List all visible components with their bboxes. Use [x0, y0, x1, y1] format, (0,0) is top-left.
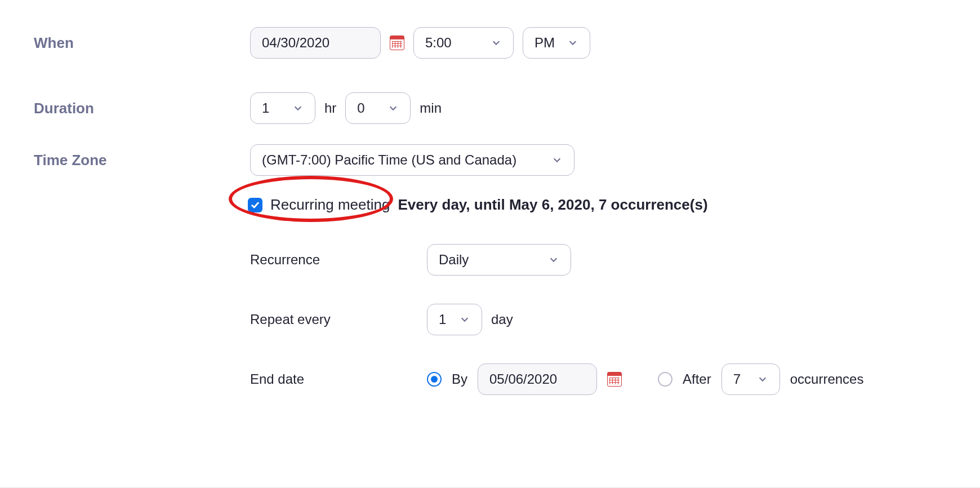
minutes-unit: min	[420, 100, 442, 116]
repeat-label: Repeat every	[250, 312, 427, 327]
when-label: When	[0, 34, 250, 52]
hours-select[interactable]: 1	[250, 92, 315, 124]
end-after-label: After	[683, 371, 711, 387]
recurring-label: Recurring meeting	[270, 196, 390, 214]
repeat-sub-row: Repeat every 1 day	[250, 304, 980, 335]
calendar-icon[interactable]	[607, 372, 622, 387]
enddate-controls: By 05/06/2020 After 7 occurrences	[427, 363, 863, 395]
end-by-radio[interactable]	[427, 372, 442, 387]
chevron-down-icon	[491, 37, 502, 48]
recurring-row: Recurring meeting Every day, until May 6…	[248, 196, 980, 214]
duration-row: Duration 1 hr 0 min	[0, 92, 980, 124]
timezone-row: Time Zone (GMT-7:00) Pacific Time (US an…	[0, 144, 980, 176]
recurrence-value: Daily	[439, 252, 540, 268]
time-select[interactable]: 5:00	[413, 27, 514, 59]
timezone-label: Time Zone	[0, 152, 250, 169]
recurrence-label: Recurrence	[250, 252, 427, 268]
chevron-down-icon	[292, 103, 304, 114]
recurrence-sub-row: Recurrence Daily	[250, 244, 980, 276]
chevron-down-icon	[567, 37, 578, 48]
minutes-value: 0	[357, 100, 380, 116]
timezone-controls: (GMT-7:00) Pacific Time (US and Canada)	[250, 144, 574, 176]
chevron-down-icon	[387, 103, 399, 114]
when-row: When 04/30/2020 5:00 PM	[0, 27, 980, 59]
recurrence-controls: Daily	[427, 244, 571, 276]
calendar-icon[interactable]	[390, 36, 404, 50]
chevron-down-icon	[757, 374, 768, 385]
time-value: 5:00	[425, 35, 483, 51]
repeat-controls: 1 day	[427, 304, 513, 335]
repeat-count-select[interactable]: 1	[427, 304, 482, 335]
minutes-select[interactable]: 0	[345, 92, 411, 124]
end-after-count: 7	[733, 371, 749, 387]
timezone-select[interactable]: (GMT-7:00) Pacific Time (US and Canada)	[250, 144, 574, 176]
duration-label: Duration	[0, 100, 250, 117]
end-after-radio[interactable]	[658, 372, 672, 387]
end-after-unit: occurrences	[790, 371, 864, 387]
ampm-select[interactable]: PM	[523, 27, 590, 59]
ampm-value: PM	[534, 35, 559, 51]
when-controls: 04/30/2020 5:00 PM	[250, 27, 590, 59]
recurrence-select[interactable]: Daily	[427, 244, 571, 276]
duration-controls: 1 hr 0 min	[250, 92, 442, 124]
timezone-value: (GMT-7:00) Pacific Time (US and Canada)	[262, 152, 544, 168]
date-value: 04/30/2020	[262, 35, 369, 51]
hours-unit: hr	[324, 100, 336, 116]
hours-value: 1	[262, 100, 284, 116]
repeat-unit: day	[491, 312, 513, 327]
chevron-down-icon	[459, 314, 470, 325]
chevron-down-icon	[548, 254, 559, 265]
end-after-count-select[interactable]: 7	[721, 363, 780, 395]
enddate-label: End date	[250, 371, 427, 387]
recurring-summary: Every day, until May 6, 2020, 7 occurren…	[398, 196, 707, 214]
end-by-date-input[interactable]: 05/06/2020	[478, 363, 597, 395]
date-input[interactable]: 04/30/2020	[250, 27, 381, 59]
recurring-checkbox[interactable]	[248, 198, 262, 212]
end-by-date-value: 05/06/2020	[489, 371, 585, 387]
enddate-sub-row: End date By 05/06/2020 After 7 occurrenc…	[250, 363, 980, 395]
repeat-value: 1	[439, 312, 451, 327]
end-by-label: By	[452, 371, 467, 387]
chevron-down-icon	[551, 154, 563, 166]
